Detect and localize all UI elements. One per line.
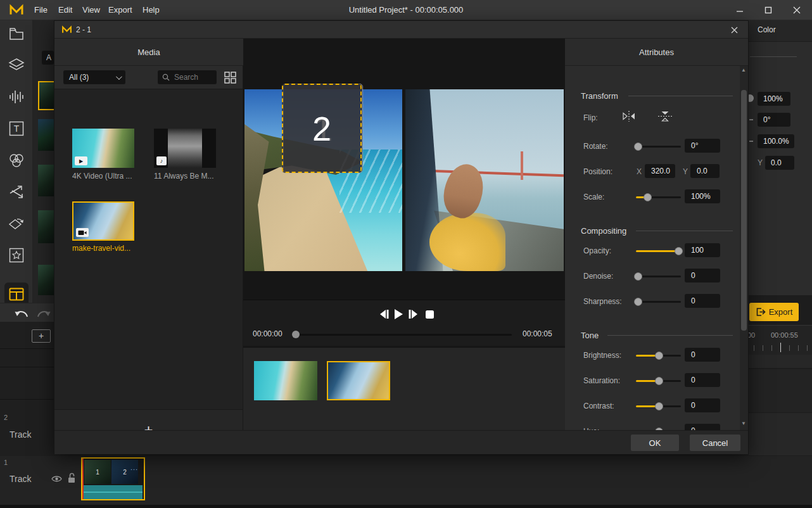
dialog-title: 2 - 1: [76, 21, 91, 39]
dialog-close-button[interactable]: [726, 23, 742, 36]
timeline-clip[interactable]: 1 2 ...: [81, 457, 145, 500]
seek-slider[interactable]: [293, 334, 512, 336]
attributes-panel-header: Attributes: [565, 39, 748, 66]
tab-color[interactable]: Color: [758, 25, 776, 34]
grid-view-icon[interactable]: [224, 72, 236, 84]
position-y-label: Y: [683, 167, 688, 176]
seek-knob[interactable]: [292, 331, 300, 338]
bg-rotate-value[interactable]: 0°: [758, 113, 790, 127]
close-window-button[interactable]: [787, 3, 807, 18]
sidebar-item-transitions[interactable]: [8, 184, 25, 200]
previous-frame-button[interactable]: [377, 308, 391, 320]
opacity-label: Opacity:: [583, 246, 611, 255]
window-title: Untitled Project* - 00:00:05.000: [0, 0, 812, 20]
clip-menu-dots[interactable]: ...: [130, 464, 138, 471]
play-icon: [394, 309, 403, 319]
preview-time-total: 00:00:05: [523, 329, 552, 338]
denoise-value[interactable]: 0: [685, 269, 720, 283]
position-x-input[interactable]: [645, 164, 675, 178]
tone-section-title: Tone: [581, 331, 599, 340]
brightness-value[interactable]: 0: [685, 348, 720, 362]
next-frame-button[interactable]: [406, 308, 420, 320]
sidebar-item-text[interactable]: T: [8, 120, 25, 137]
layers-icon: [8, 58, 25, 73]
scale-slider[interactable]: [636, 196, 681, 198]
undo-icon[interactable]: [13, 307, 29, 319]
strip-thumbnail-2-selected[interactable]: [327, 361, 390, 400]
add-track-button[interactable]: +: [32, 329, 51, 343]
minimize-icon: [736, 6, 744, 14]
media-item-video-1[interactable]: ▶: [72, 129, 134, 168]
play-button[interactable]: [391, 308, 405, 320]
preview-area: 1 2 00:00:00 00:00: [243, 39, 565, 450]
contrast-value[interactable]: 0: [685, 398, 720, 412]
attributes-scrollbar[interactable]: ▲ ▼: [740, 66, 748, 430]
opacity-slider[interactable]: [636, 250, 681, 252]
background-thumbnail: [38, 265, 54, 295]
sidebar-item-audio[interactable]: [8, 89, 25, 105]
brightness-slider[interactable]: [636, 355, 681, 357]
sharpness-value[interactable]: 0: [685, 294, 720, 308]
stop-icon: [426, 310, 434, 319]
title-bar: File Edit View Export Help Untitled Proj…: [0, 0, 812, 20]
media-item-3-name: make-travel-vid...: [72, 244, 136, 253]
rotate-value[interactable]: 0°: [685, 139, 720, 153]
position-label: Position:: [583, 167, 612, 176]
strip-thumbnail-1[interactable]: [254, 361, 317, 400]
close-icon: [793, 6, 801, 14]
redo-icon[interactable]: [36, 307, 53, 319]
star-box-icon: [9, 248, 24, 263]
rotate-slider[interactable]: [636, 146, 681, 148]
sidebar-item-filters[interactable]: [8, 152, 25, 168]
sidebar-item-media[interactable]: [8, 25, 25, 42]
ok-button[interactable]: OK: [631, 435, 679, 451]
scrollbar-thumb[interactable]: [741, 90, 747, 331]
track-lock-icon[interactable]: [67, 473, 76, 483]
export-button[interactable]: Export: [749, 303, 799, 321]
bg-y-value[interactable]: 0.0: [765, 156, 794, 170]
timeline-row-fringe: [749, 369, 812, 413]
saturation-slider[interactable]: [636, 380, 681, 382]
minimize-button[interactable]: [730, 3, 750, 18]
stop-button[interactable]: [422, 308, 436, 320]
sidebar-item-effects[interactable]: [8, 247, 25, 264]
media-item-video-selected[interactable]: [72, 201, 134, 241]
dialog-titlebar[interactable]: 2 - 1: [54, 21, 748, 39]
attributes-panel-title: Attributes: [639, 48, 674, 57]
track-visibility-eye-icon[interactable]: [51, 475, 62, 483]
sharpness-label: Sharpness:: [583, 297, 622, 306]
bg-opacity-value[interactable]: 100%: [758, 92, 790, 106]
sharpness-slider[interactable]: [636, 301, 681, 303]
search-icon: [162, 73, 170, 81]
background-filter-partial: A: [42, 51, 54, 65]
folder-icon: [9, 27, 24, 41]
rotate-shape-icon: [8, 216, 25, 231]
scroll-up-icon[interactable]: ▲: [741, 67, 746, 73]
position-y-input[interactable]: [690, 164, 720, 178]
flip-label: Flip:: [583, 113, 598, 122]
flip-horizontal-icon[interactable]: [622, 111, 636, 122]
sidebar-item-layers[interactable]: [8, 57, 25, 73]
contrast-slider[interactable]: [636, 405, 681, 407]
brightness-label: Brightness:: [583, 351, 621, 360]
preview-image-2: [405, 89, 564, 271]
search-box[interactable]: [158, 70, 217, 84]
contrast-label: Contrast:: [583, 402, 614, 410]
search-input[interactable]: [173, 71, 213, 84]
cancel-button[interactable]: Cancel: [690, 435, 740, 451]
media-panel-header: Media: [54, 39, 243, 66]
media-filter-dropdown[interactable]: All (3): [63, 70, 125, 84]
region-2-number: 2: [312, 109, 331, 148]
scroll-down-icon[interactable]: ▼: [741, 421, 746, 426]
bg-scale-value[interactable]: 100.0%: [758, 134, 794, 148]
media-toolbar: All (3): [54, 66, 243, 89]
flip-vertical-icon[interactable]: [658, 110, 672, 122]
opacity-value[interactable]: 100: [685, 243, 720, 257]
sidebar-item-transform[interactable]: [8, 215, 25, 232]
denoise-slider[interactable]: [636, 276, 681, 277]
split-region-2-selected[interactable]: 2: [282, 84, 362, 173]
maximize-button[interactable]: [758, 3, 778, 18]
saturation-value[interactable]: 0: [685, 373, 720, 387]
scale-value[interactable]: 100%: [685, 189, 720, 203]
media-item-audio[interactable]: ♪: [154, 129, 216, 168]
